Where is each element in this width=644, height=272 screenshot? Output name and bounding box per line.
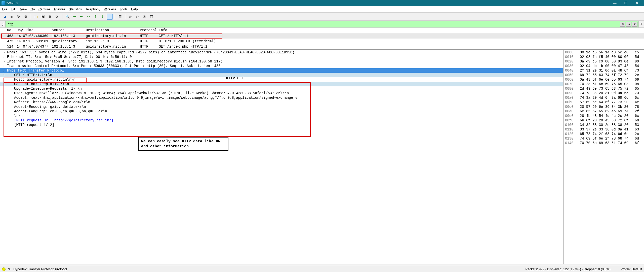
resize-columns-icon[interactable]: ☶ bbox=[148, 14, 154, 20]
hex-line[interactable]: 00c0 20 57 69 6e 36 34 3b 20 78 bbox=[564, 105, 644, 109]
detail-http-full-uri[interactable]: [Full request URI: http://goidirectory.n… bbox=[14, 118, 113, 122]
filter-history-icon[interactable]: ▾ bbox=[632, 22, 637, 27]
detail-http-connection[interactable]: Connection: keep-alive\r\n bbox=[0, 82, 563, 86]
menu-tools[interactable]: Tools bbox=[120, 7, 127, 11]
packet-list-header: No. Day Time Source Destination Protocol… bbox=[0, 28, 644, 33]
hex-line[interactable]: 0050 69 72 65 63 74 6f 72 79 2e bbox=[564, 73, 644, 77]
edit-capture-comment-icon[interactable]: ✎ bbox=[8, 267, 11, 271]
wireshark-app-icon bbox=[2, 1, 5, 5]
hex-line[interactable]: 0090 74 73 3a 20 31 0d 0a 55 73 bbox=[564, 91, 644, 95]
bookmark-filter-icon[interactable]: ▯ bbox=[0, 21, 6, 27]
col-header-source[interactable]: Source bbox=[50, 28, 84, 33]
menu-wireless[interactable]: Wireless bbox=[104, 7, 116, 11]
detail-http-crlf[interactable]: \r\n bbox=[0, 114, 563, 118]
packet-list-body[interactable]: 46314:07:03.466369192.168.1.3goidirector… bbox=[0, 33, 644, 49]
stop-capture-icon[interactable]: ■ bbox=[9, 14, 15, 20]
hex-line[interactable]: 0010 02 08 fa f5 40 00 80 06 5d bbox=[564, 55, 644, 59]
open-file-icon[interactable]: 🗀 bbox=[33, 14, 39, 20]
menu-telephony[interactable]: Telephony bbox=[85, 7, 100, 11]
detail-http-header[interactable]: Hypertext Transfer Protocol bbox=[0, 68, 563, 73]
detail-http-accept-language[interactable]: Accept-Language: en-US,en;q=0.9,bn;q=0.8… bbox=[0, 109, 563, 114]
col-header-protocol[interactable]: Protocol bbox=[138, 28, 157, 33]
hex-line[interactable]: 00d0 6c 65 57 65 62 4b 69 74 2f bbox=[564, 109, 644, 114]
hex-line[interactable]: 0030 02 04 db 1b 00 00 47 45 54 bbox=[564, 64, 644, 68]
packet-bytes-pane[interactable]: 0000 00 1e a6 56 14 c0 5c e0 c50010 02 0… bbox=[564, 50, 644, 264]
separator bbox=[31, 14, 31, 19]
menu-view[interactable]: View bbox=[20, 7, 27, 11]
hex-line[interactable]: 0040 2f 31 2e 31 0d 0a 48 6f 73 bbox=[564, 68, 644, 73]
detail-tcp[interactable]: Transmission Control Protocol, Src Port:… bbox=[0, 64, 563, 68]
detail-ip[interactable]: Internet Protocol Version 4, Src: 192.16… bbox=[0, 59, 563, 64]
hex-line[interactable]: 00a0 74 3a 20 4d 6f 7a 69 6c 6c bbox=[564, 95, 644, 100]
detail-http-user-agent[interactable]: User-Agent: Mozilla/5.0 (Windows NT 10.0… bbox=[0, 91, 563, 95]
titlebar: *Wi-Fi 2 — ❐ ✕ bbox=[0, 0, 644, 6]
detail-http-accept[interactable]: Accept: text/html,application/xhtml+xml,… bbox=[0, 95, 563, 100]
menu-file[interactable]: File bbox=[2, 7, 7, 11]
go-forward-icon[interactable]: ➡ bbox=[78, 14, 85, 20]
close-file-icon[interactable]: ✖ bbox=[47, 14, 53, 20]
table-row[interactable]: 46314:07:03.466369192.168.1.3goidirector… bbox=[0, 33, 644, 39]
reload-icon[interactable]: ⟳ bbox=[54, 14, 60, 20]
col-header-time[interactable]: Day Time bbox=[15, 28, 50, 33]
maximize-button[interactable]: ❐ bbox=[620, 0, 631, 6]
table-row[interactable]: 47514:07:03.509181goidirectory.…192.168.… bbox=[0, 39, 644, 44]
menu-help[interactable]: Help bbox=[131, 7, 138, 11]
menu-go[interactable]: Go bbox=[30, 7, 35, 11]
zoom-in-icon[interactable]: ⊕ bbox=[127, 14, 133, 20]
go-first-icon[interactable]: ⤒ bbox=[93, 14, 99, 20]
hex-line[interactable]: 00f0 6b 6f 29 20 43 68 72 6f 6d bbox=[564, 118, 644, 123]
zoom-out-icon[interactable]: ⊖ bbox=[134, 14, 140, 20]
hex-line[interactable]: 0140 70 70 6c 69 63 61 74 69 6f bbox=[564, 141, 644, 145]
menu-analyze[interactable]: Analyze bbox=[54, 7, 65, 11]
col-header-info[interactable]: Info bbox=[157, 28, 644, 33]
detail-http-host[interactable]: Host: goidirectory.nic.in\r\n bbox=[0, 77, 563, 82]
add-filter-button-icon[interactable]: + bbox=[638, 21, 644, 27]
hex-line[interactable]: 0060 0a 43 6f 6e 6e 65 63 74 69 bbox=[564, 77, 644, 82]
col-header-destination[interactable]: Destination bbox=[84, 28, 138, 33]
detail-http-request-num[interactable]: [HTTP request 1/12] bbox=[0, 123, 563, 127]
hex-line[interactable]: 0000 00 1e a6 56 14 c0 5c e0 c5 bbox=[564, 50, 644, 55]
detail-http-request-line[interactable]: GET / HTTP/1.1\r\n bbox=[0, 73, 563, 77]
hex-line[interactable]: 0070 70 2d 61 6c 69 76 65 0d 0a bbox=[564, 82, 644, 86]
hex-line[interactable]: 0080 2d 49 6e 73 65 63 75 72 65 bbox=[564, 86, 644, 91]
start-capture-icon[interactable]: ◢ bbox=[2, 14, 8, 20]
detail-frame[interactable]: Frame 463: 534 bytes on wire (4272 bits)… bbox=[0, 50, 563, 55]
close-button[interactable]: ✕ bbox=[631, 0, 642, 6]
detail-http-upgrade[interactable]: Upgrade-Insecure-Requests: 1\r\n bbox=[0, 86, 563, 91]
hex-line[interactable]: 0020 3a d9 c5 c9 00 50 93 0e 99 bbox=[564, 59, 644, 64]
hex-line[interactable]: 00e0 28 4b 48 54 4d 4c 2c 20 6c bbox=[564, 114, 644, 118]
expert-info-icon[interactable] bbox=[2, 267, 6, 271]
col-header-no[interactable]: No. bbox=[0, 28, 15, 33]
menu-edit[interactable]: Edit bbox=[11, 7, 16, 11]
detail-ethernet[interactable]: Ethernet II, Src: 5c:e0:c5:8c:ce:77, Dst… bbox=[0, 55, 563, 59]
hex-line[interactable]: 0130 74 69 6f 6e 2f 78 68 74 6d bbox=[564, 136, 644, 141]
go-back-icon[interactable]: ⬅ bbox=[71, 14, 77, 20]
display-filter-input[interactable] bbox=[6, 21, 620, 27]
status-left: Hypertext Transfer Protocol: Protocol bbox=[13, 267, 67, 271]
table-row[interactable]: 52414:07:04.074377192.168.1.3goidirector… bbox=[0, 44, 644, 49]
menu-statistics[interactable]: Statistics bbox=[69, 7, 82, 11]
hex-line[interactable]: 0100 34 32 38 30 2e 38 38 20 53 bbox=[564, 123, 644, 127]
status-profile[interactable]: Profile: Default bbox=[621, 267, 642, 271]
minimize-button[interactable]: — bbox=[609, 0, 620, 6]
capture-options-icon[interactable]: ⚙ bbox=[23, 14, 29, 20]
colorize-icon[interactable]: ☷ bbox=[117, 14, 123, 20]
menu-capture[interactable]: Capture bbox=[38, 7, 50, 11]
horizontal-scrollbar[interactable] bbox=[0, 264, 644, 266]
auto-scroll-icon[interactable]: ≣ bbox=[107, 14, 113, 20]
save-file-icon[interactable]: 🖫 bbox=[40, 14, 46, 20]
packet-details-pane[interactable]: Frame 463: 534 bytes on wire (4272 bits)… bbox=[0, 50, 564, 264]
display-filter-bar: ▯ ✕ ➜ ▾ + bbox=[0, 21, 644, 28]
detail-http-referer[interactable]: Referer: https://www.google.com/\r\n bbox=[0, 100, 563, 105]
zoom-reset-icon[interactable]: ① bbox=[141, 14, 147, 20]
go-last-icon[interactable]: ⤓ bbox=[100, 14, 106, 20]
go-to-packet-icon[interactable]: ↪ bbox=[86, 14, 92, 20]
restart-capture-icon[interactable]: ↻ bbox=[16, 14, 22, 20]
clear-filter-icon[interactable]: ✕ bbox=[620, 22, 625, 27]
apply-filter-icon[interactable]: ➜ bbox=[626, 22, 631, 27]
detail-http-accept-encoding[interactable]: Accept-Encoding: gzip, deflate\r\n bbox=[0, 105, 563, 109]
hex-line[interactable]: 0120 65 78 74 2f 68 74 6d 6c 2c bbox=[564, 132, 644, 136]
hex-line[interactable]: 00b0 57 69 6e 64 6f 77 73 20 4e bbox=[564, 100, 644, 105]
find-packet-icon[interactable]: 🔍 bbox=[64, 14, 70, 20]
hex-line[interactable]: 0110 33 37 2e 33 36 0d 0a 41 63 bbox=[564, 127, 644, 132]
